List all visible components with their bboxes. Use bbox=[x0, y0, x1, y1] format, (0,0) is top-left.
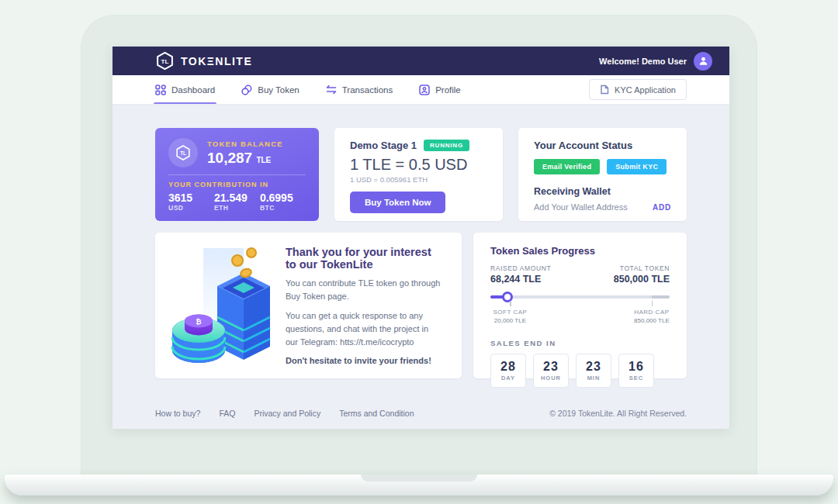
contribution-value: 21.549 bbox=[214, 192, 260, 204]
raised-amount-label: RAISED AMOUNT bbox=[490, 264, 551, 272]
lower-row: ₿ Thank you for your interest to our Tok… bbox=[155, 233, 687, 378]
countdown-unit: DAY bbox=[501, 375, 515, 381]
countdown-unit: MIN bbox=[587, 375, 601, 381]
welcome-text: Welcome! Demo User bbox=[599, 57, 687, 66]
contribution-currency: ETH bbox=[214, 204, 260, 212]
soft-cap-value: 20,000 TLE bbox=[493, 317, 527, 324]
nav-item-profile[interactable]: Profile bbox=[419, 75, 461, 104]
kyc-application-button[interactable]: KYC Application bbox=[589, 79, 687, 100]
countdown-value: 16 bbox=[628, 360, 644, 374]
countdown-seconds: 16 SEC bbox=[618, 354, 654, 388]
nav-items: Dashboard Buy Token bbox=[155, 75, 461, 104]
coins-icon bbox=[241, 85, 252, 95]
sales-end-label: SALES END IN bbox=[490, 339, 670, 347]
token-rate: 1 TLE = 0.5 USD bbox=[350, 156, 487, 174]
status-badge[interactable]: Submit KYC bbox=[607, 159, 667, 174]
laptop-notch bbox=[361, 475, 477, 482]
hard-cap-value: 850,000 TLE bbox=[634, 317, 670, 324]
contribution-value: 3615 bbox=[168, 192, 214, 204]
kyc-document-icon bbox=[600, 85, 609, 95]
copyright-text: © 2019 TokenLite. All Right Reserved. bbox=[549, 409, 687, 418]
soft-cap-tick bbox=[510, 301, 511, 306]
hard-cap-label-block: HARD CAP 850,000 TLE bbox=[634, 309, 670, 324]
account-status-card: Your Account Status Email Verified Submi… bbox=[518, 128, 687, 221]
thanks-invite-line: Don't hesitate to invite your friends! bbox=[286, 356, 442, 365]
balance-amount: 10,287 bbox=[207, 150, 252, 166]
token-hexagon-icon: TL bbox=[175, 144, 192, 161]
hard-cap-label: HARD CAP bbox=[634, 309, 670, 316]
navbar: Dashboard Buy Token bbox=[113, 75, 729, 105]
svg-text:₿: ₿ bbox=[196, 318, 201, 326]
sales-progress-slider[interactable]: SOFT CAP 20,000 TLE HARD CAP 850,000 TLE bbox=[490, 295, 670, 299]
countdown-unit: SEC bbox=[629, 375, 643, 381]
total-token-block: TOTAL TOKEN 850,000 TLE bbox=[614, 264, 670, 285]
thank-you-card: ₿ Thank you for your interest to our Tok… bbox=[155, 233, 462, 378]
contribution-label: YOUR CONTRIBUTION IN bbox=[168, 181, 306, 188]
footer-link-privacy[interactable]: Privacy and Policy bbox=[254, 409, 320, 418]
contribution-eth: 21.549 ETH bbox=[214, 192, 260, 212]
stats-row: TL TOKEN BALANCE 10,287 TLE YOUR CONTR bbox=[155, 128, 687, 221]
token-rate-secondary: 1 USD = 0.005961 ETH bbox=[350, 175, 487, 184]
nav-label: Transactions bbox=[342, 85, 393, 95]
balance-label: TOKEN BALANCE bbox=[207, 140, 283, 148]
contribution-btc: 0.6995 BTC bbox=[260, 192, 306, 212]
coins-illustration: ₿ bbox=[166, 243, 275, 368]
progress-title: Token Sales Progress bbox=[490, 245, 670, 257]
app-footer: How to buy? FAQ Privacy and Policy Terms… bbox=[155, 409, 687, 429]
countdown: 28 DAY 23 HOUR 23 MIN 16 bbox=[490, 354, 670, 388]
add-wallet-link[interactable]: ADD bbox=[653, 203, 671, 212]
brand[interactable]: TL TOKΞNLITE bbox=[155, 51, 252, 71]
tokenlite-app-window: TL TOKΞNLITE Welcome! Demo User bbox=[113, 47, 729, 429]
countdown-hours: 23 HOUR bbox=[533, 354, 569, 388]
nav-item-transactions[interactable]: Transactions bbox=[326, 75, 393, 104]
tokenlite-logo-icon: TL bbox=[155, 51, 175, 71]
receiving-wallet-title: Receiving Wallet bbox=[534, 186, 671, 197]
token-stage-card: Demo Stage 1 RUNNING 1 TLE = 0.5 USD 1 U… bbox=[334, 128, 503, 221]
nav-label: Dashboard bbox=[171, 85, 215, 95]
laptop-base bbox=[5, 475, 833, 495]
countdown-days: 28 DAY bbox=[490, 354, 526, 388]
running-badge: RUNNING bbox=[424, 140, 469, 151]
thanks-paragraph-2: You can get a quick response to any ques… bbox=[286, 309, 442, 349]
raised-amount-value: 68,244 TLE bbox=[490, 274, 551, 285]
token-badge: TL bbox=[168, 138, 198, 167]
swap-arrows-icon bbox=[326, 85, 337, 95]
footer-link-how-to-buy[interactable]: How to buy? bbox=[155, 409, 200, 418]
divider bbox=[168, 174, 306, 175]
progress-knob[interactable] bbox=[502, 292, 513, 302]
person-icon bbox=[698, 56, 708, 66]
laptop-mockup: TL TOKΞNLITE Welcome! Demo User bbox=[0, 0, 838, 504]
thanks-paragraph-1: You can contribute TLE token go through … bbox=[286, 277, 442, 303]
thanks-title: Thank you for your interest to our Token… bbox=[286, 246, 442, 271]
topbar: TL TOKΞNLITE Welcome! Demo User bbox=[113, 47, 729, 75]
svg-text:TL: TL bbox=[161, 58, 169, 65]
svg-text:TL: TL bbox=[180, 150, 186, 156]
hard-cap-tick bbox=[652, 301, 653, 306]
kyc-button-label: KYC Application bbox=[615, 85, 676, 95]
user-avatar[interactable] bbox=[694, 52, 712, 71]
nav-label: Buy Token bbox=[258, 85, 300, 95]
countdown-value: 28 bbox=[500, 360, 516, 374]
hard-cap-segment bbox=[652, 295, 670, 299]
soft-cap-label-block: SOFT CAP 20,000 TLE bbox=[493, 309, 527, 324]
buy-token-now-button[interactable]: Buy Token Now bbox=[350, 192, 445, 213]
nav-label: Profile bbox=[435, 85, 461, 95]
nav-item-dashboard[interactable]: Dashboard bbox=[155, 75, 215, 104]
token-sales-progress-card: Token Sales Progress RAISED AMOUNT 68,24… bbox=[473, 233, 687, 378]
status-badge[interactable]: Email Verified bbox=[534, 159, 600, 174]
total-token-label: TOTAL TOKEN bbox=[614, 264, 670, 272]
user-menu[interactable]: Welcome! Demo User bbox=[599, 52, 712, 71]
token-balance-card: TL TOKEN BALANCE 10,287 TLE YOUR CONTR bbox=[155, 128, 319, 221]
contribution-usd: 3615 USD bbox=[168, 192, 214, 212]
raised-amount-block: RAISED AMOUNT 68,244 TLE bbox=[490, 264, 551, 285]
footer-link-faq[interactable]: FAQ bbox=[219, 409, 235, 418]
countdown-value: 23 bbox=[586, 360, 601, 374]
countdown-unit: HOUR bbox=[541, 375, 561, 381]
dashboard-icon bbox=[155, 85, 166, 95]
nav-item-buy-token[interactable]: Buy Token bbox=[241, 75, 300, 104]
contribution-value: 0.6995 bbox=[260, 192, 306, 204]
account-status-title: Your Account Status bbox=[534, 140, 671, 151]
footer-link-terms[interactable]: Terms and Condition bbox=[339, 409, 414, 418]
soft-cap-label: SOFT CAP bbox=[493, 309, 527, 316]
wallet-address-hint: Add Your Wallet Address bbox=[534, 202, 628, 212]
